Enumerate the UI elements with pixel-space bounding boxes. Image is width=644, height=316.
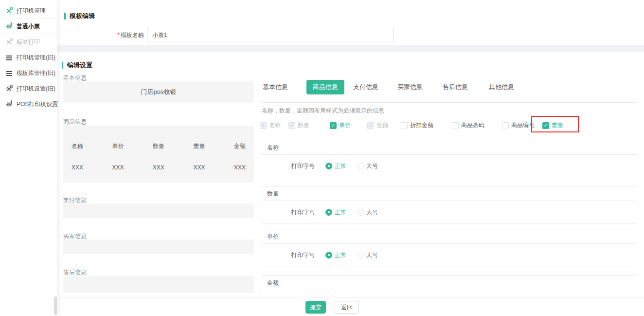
goods-header-cell: 数量 — [151, 142, 166, 150]
radio-label: 大号 — [366, 162, 378, 170]
preview-goods-box: 名称单价数量重量金额 XXXXXXXXXXXXXXX — [63, 126, 254, 183]
tab-售后信息[interactable]: 售后信息 — [443, 83, 468, 92]
radio-dot[interactable] — [357, 163, 364, 169]
submit-button[interactable]: 提交 — [305, 301, 326, 314]
sidebar-item-label: 普通小票 — [17, 22, 40, 31]
tab-商品信息[interactable]: 商品信息 — [306, 80, 344, 94]
checkbox-box[interactable]: ✓ — [502, 122, 509, 129]
checkbox-折扣金额[interactable]: ✓折扣金额 — [401, 121, 433, 130]
field-section-数量: 数量打印字号正常大号 — [262, 186, 637, 223]
field-section-body: 打印字号正常大号 — [262, 155, 637, 177]
cogs-icon — [6, 23, 13, 30]
radio-大号[interactable]: 大号 — [357, 162, 378, 170]
checkbox-label: 商品编号 — [511, 121, 535, 130]
checkbox-重量[interactable]: ✓重量 — [542, 121, 563, 130]
list-icon-bars — [6, 56, 12, 60]
checkbox-商品条码[interactable]: ✓商品条码 — [452, 121, 484, 130]
tab-支付信息[interactable]: 支付信息 — [353, 83, 378, 92]
sidebar-item[interactable]: POS打印机设置 — [0, 96, 57, 112]
sidebar-item[interactable]: 打印机管理 — [0, 3, 57, 19]
tab-基本信息[interactable]: 基本信息 — [263, 83, 288, 92]
sidebar-item[interactable]: 普通小票 — [0, 19, 57, 34]
radio-dot[interactable] — [357, 209, 364, 216]
checkbox-名称: ✓名称 — [260, 121, 281, 130]
goods-header-cell: 重量 — [192, 142, 207, 150]
field-checkbox-row: ✓名称✓数量✓单价✓金额✓折扣金额✓商品条码✓商品编号✓重量 — [57, 121, 637, 131]
radio-label: 正常 — [335, 208, 346, 217]
cogs-icon — [6, 86, 13, 92]
print-font-size-label: 打印字号 — [291, 162, 315, 170]
main-content: 模板编辑 *模板名称 编辑设置 基本信息 门店pos收银 商品信息 名称单价数量… — [57, 0, 644, 316]
field-section-金额: 金额 — [262, 275, 637, 297]
field-section-单价: 单价打印字号正常大号 — [262, 229, 637, 266]
tab-买家信息[interactable]: 买家信息 — [397, 83, 423, 92]
field-section-title: 数量 — [262, 186, 637, 201]
sidebar-scrollbar[interactable] — [54, 297, 57, 315]
checkbox-商品编号[interactable]: ✓商品编号 — [502, 121, 535, 130]
goods-data-cell: XXX — [70, 164, 85, 171]
radio-正常[interactable]: 正常 — [325, 162, 346, 170]
radio-label: 正常 — [335, 162, 346, 170]
template-name-input[interactable] — [147, 28, 394, 42]
checkbox-label: 重量 — [552, 121, 563, 130]
preview-goods-data-row: XXXXXXXXXXXXXXX — [70, 164, 247, 171]
field-section-title: 单价 — [262, 229, 637, 244]
checkbox-box[interactable]: ✓ — [401, 122, 408, 129]
radio-dot[interactable] — [357, 252, 364, 259]
checkbox-label: 名称 — [269, 121, 281, 130]
radio-正常[interactable]: 正常 — [325, 208, 346, 217]
list-icon — [6, 70, 13, 76]
print-font-size-label: 打印字号 — [291, 251, 315, 260]
panel-gap — [57, 45, 644, 52]
tab-其他信息[interactable]: 其他信息 — [489, 83, 514, 92]
info-tabs: 基本信息商品信息支付信息买家信息售后信息其他信息 — [262, 80, 637, 94]
list-icon — [6, 55, 13, 61]
cogs-icon — [6, 8, 13, 14]
checkbox-box[interactable]: ✓ — [330, 122, 337, 129]
checkbox-label: 商品条码 — [461, 121, 484, 130]
template-name-label: *模板名称 — [87, 28, 144, 42]
radio-大号[interactable]: 大号 — [357, 251, 378, 260]
checkbox-单价[interactable]: ✓单价 — [330, 121, 351, 130]
field-section-名称: 名称打印字号正常大号 — [262, 140, 637, 178]
checkbox-box: ✓ — [367, 122, 374, 129]
radio-大号[interactable]: 大号 — [357, 208, 378, 217]
field-section-body: 打印字号正常大号 — [262, 201, 637, 223]
field-section-title: 名称 — [262, 140, 637, 155]
radio-dot[interactable] — [325, 252, 332, 259]
edit-settings-panel: 编辑设置 基本信息 门店pos收银 商品信息 名称单价数量重量金额 XXXXXX… — [57, 52, 644, 297]
preview-payment-box — [63, 204, 254, 218]
footer-bar: 提交 返回 — [57, 297, 644, 316]
print-font-size-label: 打印字号 — [291, 208, 315, 217]
sidebar-item[interactable]: 模板库管理(旧) — [0, 65, 57, 81]
sidebar-item[interactable]: 打印机设置(旧) — [0, 81, 57, 96]
goods-data-cell: XXX — [151, 164, 166, 171]
sidebar-item-label: 模板库管理(旧) — [17, 69, 55, 77]
template-edit-panel: 模板编辑 *模板名称 — [57, 0, 644, 45]
radio-dot[interactable] — [325, 209, 332, 216]
goods-data-cell: XXX — [111, 164, 125, 171]
goods-header-cell: 单价 — [111, 142, 125, 150]
goods-data-cell: XXX — [192, 164, 207, 171]
preview-buyer-box — [63, 240, 254, 254]
edit-settings-title: 编辑设置 — [62, 61, 92, 70]
checkbox-数量: ✓数量 — [288, 121, 309, 130]
checkbox-金额: ✓金额 — [367, 121, 388, 130]
checkbox-box[interactable]: ✓ — [452, 122, 459, 129]
sidebar-item[interactable]: 打印机管理(旧) — [0, 50, 57, 65]
preview-aftersale-box — [63, 276, 254, 293]
radio-label: 正常 — [335, 251, 346, 260]
preview-goods-header-row: 名称单价数量重量金额 — [70, 142, 247, 150]
back-button[interactable]: 返回 — [335, 301, 359, 314]
checkbox-label: 数量 — [298, 121, 309, 130]
goods-header-cell: 名称 — [70, 142, 85, 150]
checkbox-box[interactable]: ✓ — [542, 122, 549, 129]
list-icon-bars — [6, 71, 12, 76]
checkbox-label: 金额 — [376, 121, 388, 130]
radio-dot[interactable] — [325, 163, 332, 169]
sidebar-item[interactable]: 标签打印 — [0, 34, 57, 50]
sidebar-item-label: POS打印机设置 — [17, 100, 58, 109]
radio-正常[interactable]: 正常 — [325, 251, 346, 260]
field-section-title: 金额 — [262, 276, 637, 290]
checkbox-label: 单价 — [339, 121, 351, 130]
